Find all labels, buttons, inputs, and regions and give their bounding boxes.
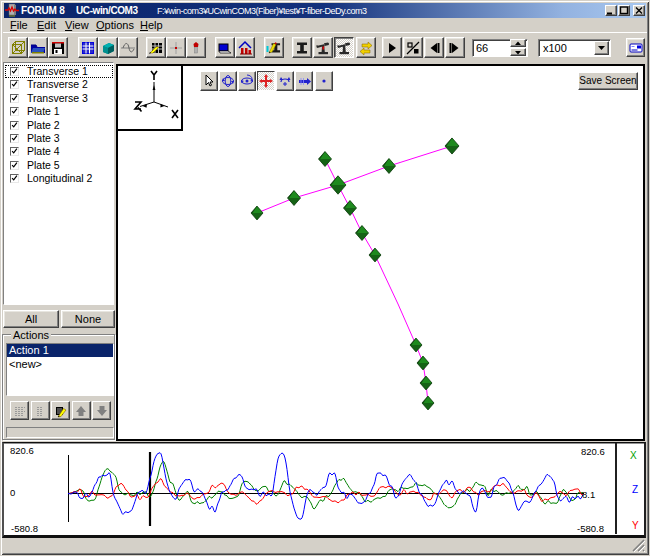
svg-text:820.6: 820.6: [10, 445, 34, 456]
svg-text:820.6: 820.6: [581, 446, 605, 457]
svg-text:X: X: [630, 450, 637, 461]
svg-text:Y: Y: [632, 520, 639, 531]
svg-text:8.1: 8.1: [582, 489, 595, 500]
svg-text:-580.8: -580.8: [11, 523, 38, 534]
svg-text:-580.8: -580.8: [577, 523, 604, 534]
svg-text:Z: Z: [632, 484, 638, 495]
svg-text:0: 0: [10, 487, 15, 498]
